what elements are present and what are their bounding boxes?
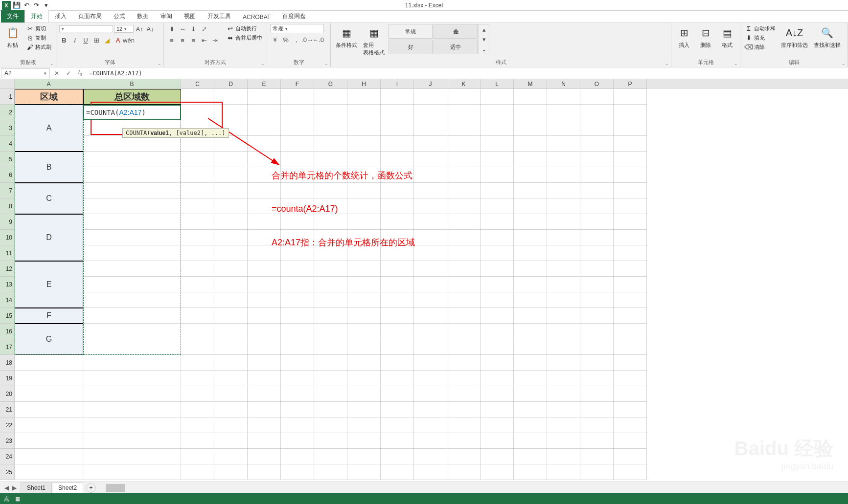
cell[interactable] xyxy=(547,308,580,324)
cell[interactable] xyxy=(447,105,481,120)
table-format-button[interactable]: ▦套用 表格格式 xyxy=(361,24,387,57)
col-header-N[interactable]: N xyxy=(547,79,580,89)
cell[interactable] xyxy=(347,433,381,449)
increase-indent-icon[interactable]: ⇥ xyxy=(210,35,220,45)
cell[interactable] xyxy=(580,120,614,136)
cell[interactable] xyxy=(481,449,514,464)
cell[interactable] xyxy=(347,371,381,386)
cell[interactable] xyxy=(614,261,647,277)
cell[interactable] xyxy=(447,214,481,230)
cell[interactable] xyxy=(347,339,381,355)
cell[interactable] xyxy=(381,152,414,167)
cell[interactable] xyxy=(414,245,447,261)
cell[interactable] xyxy=(314,339,347,355)
cell[interactable] xyxy=(181,339,214,355)
cell[interactable] xyxy=(414,464,447,480)
cell[interactable] xyxy=(181,214,214,230)
cell[interactable] xyxy=(347,386,381,402)
undo-icon[interactable]: ↶ xyxy=(23,1,30,9)
cell[interactable] xyxy=(580,433,614,449)
delete-cells-button[interactable]: ⊟删除 xyxy=(696,24,715,50)
cell[interactable] xyxy=(281,402,314,417)
cell[interactable] xyxy=(514,120,547,136)
cell[interactable] xyxy=(214,245,248,261)
cell[interactable] xyxy=(447,371,481,386)
tab-devtools[interactable]: 开发工具 xyxy=(202,10,237,22)
cell[interactable] xyxy=(414,89,447,105)
decrease-decimal-icon[interactable]: ←.0 xyxy=(313,35,323,44)
cell[interactable] xyxy=(514,183,547,198)
cell[interactable] xyxy=(414,386,447,402)
style-neutral[interactable]: 适中 xyxy=(434,40,478,54)
cell[interactable] xyxy=(248,433,281,449)
cell[interactable] xyxy=(481,136,514,152)
tab-formulas[interactable]: 公式 xyxy=(108,10,131,22)
cell[interactable] xyxy=(181,402,214,417)
increase-font-icon[interactable]: A↑ xyxy=(135,24,144,34)
cell[interactable] xyxy=(447,261,481,277)
cell[interactable] xyxy=(481,120,514,136)
cell[interactable] xyxy=(447,136,481,152)
cell[interactable] xyxy=(580,277,614,292)
cell[interactable] xyxy=(181,355,214,371)
cell[interactable] xyxy=(381,292,414,308)
cell[interactable] xyxy=(614,386,647,402)
cell[interactable] xyxy=(447,449,481,464)
cell[interactable] xyxy=(181,464,214,480)
cell[interactable] xyxy=(314,261,347,277)
cell[interactable] xyxy=(281,371,314,386)
cell[interactable] xyxy=(614,136,647,152)
cell[interactable] xyxy=(414,120,447,136)
cell[interactable] xyxy=(181,308,214,324)
cell[interactable] xyxy=(547,105,580,120)
cell[interactable] xyxy=(214,355,248,371)
cell[interactable] xyxy=(214,402,248,417)
col-header-C[interactable]: C xyxy=(181,79,214,89)
cell[interactable] xyxy=(614,371,647,386)
cell[interactable] xyxy=(447,339,481,355)
cell[interactable] xyxy=(481,183,514,198)
cell[interactable] xyxy=(281,292,314,308)
cell[interactable] xyxy=(181,386,214,402)
sheet-nav-next-icon[interactable]: ▶ xyxy=(11,484,18,491)
row-header-5[interactable]: 5 xyxy=(0,152,15,167)
cell[interactable] xyxy=(181,152,214,167)
cell[interactable] xyxy=(514,230,547,245)
style-normal[interactable]: 常规 xyxy=(389,24,433,39)
cell[interactable] xyxy=(281,355,314,371)
cell[interactable] xyxy=(181,230,214,245)
cell[interactable] xyxy=(214,167,248,183)
cell[interactable] xyxy=(381,277,414,292)
cell[interactable] xyxy=(414,324,447,339)
cell[interactable] xyxy=(547,167,580,183)
cell[interactable] xyxy=(15,402,83,417)
cell[interactable] xyxy=(414,261,447,277)
cell[interactable] xyxy=(314,308,347,324)
cell[interactable] xyxy=(414,105,447,120)
row-header-6[interactable]: 6 xyxy=(0,167,15,183)
clear-button[interactable]: ⌫清除 xyxy=(743,43,777,51)
cell[interactable] xyxy=(381,324,414,339)
cell[interactable] xyxy=(580,355,614,371)
cell[interactable] xyxy=(547,464,580,480)
gallery-up-icon[interactable]: ▴ xyxy=(479,24,489,34)
cell[interactable] xyxy=(314,449,347,464)
cell[interactable] xyxy=(281,417,314,433)
cell[interactable] xyxy=(381,89,414,105)
cell[interactable] xyxy=(547,152,580,167)
cell[interactable] xyxy=(547,245,580,261)
cell[interactable] xyxy=(481,245,514,261)
cell[interactable] xyxy=(181,89,214,105)
cell[interactable] xyxy=(347,89,381,105)
cell[interactable] xyxy=(447,292,481,308)
font-name-dropdown[interactable] xyxy=(59,25,113,32)
cell[interactable] xyxy=(481,277,514,292)
cell[interactable] xyxy=(181,292,214,308)
cell[interactable] xyxy=(481,167,514,183)
cell[interactable] xyxy=(347,464,381,480)
spreadsheet-grid[interactable]: ABCDEFGHIJKLMNOP 12345678910111213141516… xyxy=(0,79,848,482)
cell[interactable] xyxy=(83,417,181,433)
cell[interactable] xyxy=(614,339,647,355)
cell[interactable] xyxy=(414,214,447,230)
cell[interactable] xyxy=(181,105,214,120)
